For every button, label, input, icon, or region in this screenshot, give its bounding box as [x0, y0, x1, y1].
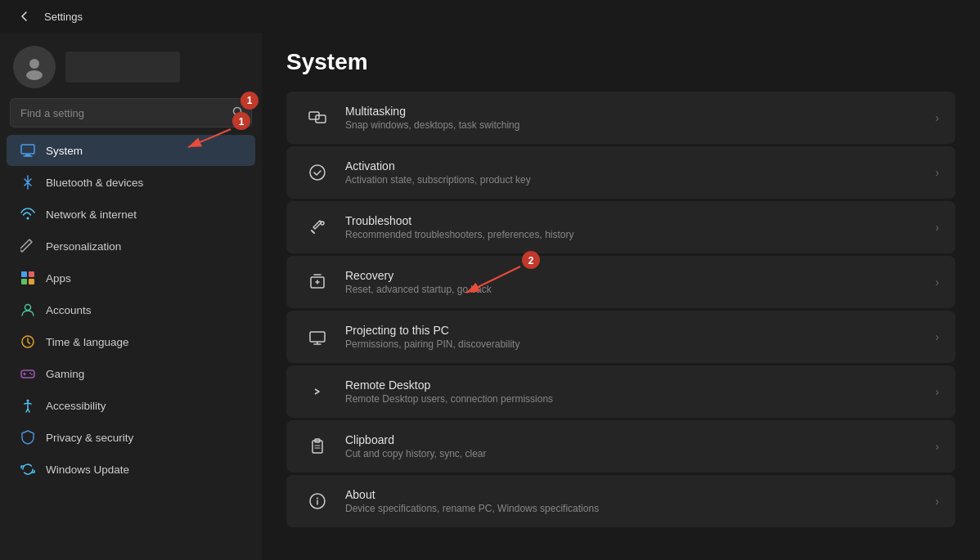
recovery-title: Recovery — [345, 269, 922, 282]
page-title: System — [286, 49, 955, 75]
sidebar-item-privacy[interactable]: Privacy & security — [7, 422, 255, 453]
sidebar-item-accessibility[interactable]: Accessibility — [7, 390, 255, 421]
remote-desktop-text: Remote Desktop Remote Desktop users, con… — [345, 379, 922, 405]
profile-section — [0, 33, 262, 98]
sidebar-nav: System Bluetooth & devices — [0, 134, 262, 486]
svg-rect-8 — [21, 271, 27, 277]
troubleshoot-subtitle: Recommended troubleshooters, preferences… — [345, 229, 922, 240]
activation-subtitle: Activation state, subscriptions, product… — [345, 174, 922, 186]
multitasking-title: Multitasking — [345, 105, 922, 118]
sidebar-item-system-label: System — [46, 145, 242, 157]
svg-point-23 — [310, 165, 325, 180]
network-icon — [20, 206, 36, 222]
clipboard-chevron: › — [935, 440, 939, 453]
projecting-chevron: › — [935, 330, 939, 343]
svg-point-18 — [29, 373, 31, 374]
svg-rect-26 — [310, 332, 325, 342]
about-icon — [303, 486, 332, 516]
content-area: System Multitasking Snap windows, deskto… — [262, 33, 980, 560]
privacy-icon — [20, 429, 36, 446]
sidebar-item-update[interactable]: Windows Update — [7, 454, 255, 485]
about-title: About — [345, 488, 922, 501]
settings-item-about[interactable]: About Device specifications, rename PC, … — [286, 475, 955, 527]
remote-desktop-title: Remote Desktop — [345, 379, 922, 392]
troubleshoot-title: Troubleshoot — [345, 214, 922, 227]
settings-item-troubleshoot[interactable]: Troubleshoot Recommended troubleshooters… — [286, 201, 955, 253]
sidebar-item-accounts-label: Accounts — [46, 304, 242, 316]
sidebar-item-apps[interactable]: Apps — [7, 262, 255, 293]
projecting-text: Projecting to this PC Permissions, pairi… — [345, 324, 922, 350]
sidebar-item-personalization-label: Personalization — [46, 240, 242, 253]
sidebar-item-time-label: Time & language — [46, 336, 242, 348]
sidebar-item-accounts[interactable]: Accounts — [7, 294, 255, 325]
back-button[interactable] — [13, 5, 36, 28]
gaming-icon — [20, 365, 36, 382]
search-input[interactable] — [10, 98, 252, 128]
svg-rect-11 — [29, 279, 34, 284]
settings-item-activation[interactable]: Activation Activation state, subscriptio… — [286, 146, 955, 199]
projecting-icon — [303, 322, 332, 352]
svg-point-12 — [25, 305, 31, 311]
troubleshoot-chevron: › — [935, 221, 939, 234]
recovery-icon — [303, 267, 332, 297]
clipboard-icon — [303, 432, 332, 461]
multitasking-text: Multitasking Snap windows, desktops, tas… — [345, 105, 922, 131]
avatar — [13, 46, 56, 88]
accounts-icon — [20, 302, 36, 318]
projecting-subtitle: Permissions, pairing PIN, discoverabilit… — [345, 338, 922, 350]
activation-text: Activation Activation state, subscriptio… — [345, 159, 922, 186]
settings-item-projecting[interactable]: Projecting to this PC Permissions, pairi… — [286, 311, 955, 363]
annotation-badge-1: 1 — [241, 92, 258, 110]
profile-name-box — [65, 52, 180, 83]
sidebar: 1 System Bluet — [0, 33, 262, 560]
svg-point-24 — [321, 222, 324, 225]
sidebar-item-bluetooth[interactable]: Bluetooth & devices — [7, 167, 255, 198]
sidebar-item-gaming[interactable]: Gaming — [7, 358, 255, 389]
multitasking-icon — [303, 103, 332, 132]
svg-point-7 — [27, 217, 29, 220]
sidebar-item-time[interactable]: Time & language — [7, 326, 255, 357]
titlebar: Settings — [0, 0, 980, 33]
about-subtitle: Device specifications, rename PC, Window… — [345, 503, 922, 514]
svg-rect-10 — [21, 279, 27, 284]
system-icon — [20, 142, 36, 159]
remote-desktop-icon — [303, 377, 332, 406]
main-layout: 1 System Bluet — [0, 33, 980, 560]
sidebar-item-accessibility-label: Accessibility — [46, 400, 242, 412]
sidebar-item-privacy-label: Privacy & security — [46, 432, 242, 444]
troubleshoot-icon — [303, 213, 332, 242]
sidebar-item-network[interactable]: Network & internet — [7, 199, 255, 230]
sidebar-item-apps-label: Apps — [46, 272, 242, 284]
settings-list: Multitasking Snap windows, desktops, tas… — [286, 92, 955, 527]
recovery-subtitle: Reset, advanced startup, go back — [345, 284, 922, 295]
svg-rect-4 — [21, 145, 34, 154]
recovery-text: Recovery Reset, advanced startup, go bac… — [345, 269, 922, 295]
remote-desktop-chevron: › — [935, 385, 939, 398]
personalization-icon — [20, 238, 36, 254]
sidebar-item-gaming-label: Gaming — [46, 368, 242, 380]
window-title: Settings — [44, 11, 83, 23]
svg-line-3 — [241, 114, 244, 117]
settings-item-remote-desktop[interactable]: Remote Desktop Remote Desktop users, con… — [286, 365, 955, 418]
settings-item-clipboard[interactable]: Clipboard Cut and copy history, sync, cl… — [286, 420, 955, 473]
svg-point-35 — [317, 498, 318, 500]
sidebar-item-system[interactable]: System — [7, 135, 255, 166]
projecting-title: Projecting to this PC — [345, 324, 922, 337]
search-box: 1 — [10, 98, 252, 128]
svg-point-20 — [27, 400, 29, 402]
update-icon — [20, 461, 36, 477]
about-chevron: › — [935, 495, 939, 508]
svg-point-1 — [26, 70, 43, 80]
clipboard-title: Clipboard — [345, 433, 922, 446]
multitasking-chevron: › — [935, 111, 939, 124]
sidebar-item-personalization[interactable]: Personalization — [7, 231, 255, 262]
settings-item-multitasking[interactable]: Multitasking Snap windows, desktops, tas… — [286, 92, 955, 144]
troubleshoot-text: Troubleshoot Recommended troubleshooters… — [345, 214, 922, 240]
settings-item-recovery[interactable]: Recovery Reset, advanced startup, go bac… — [286, 256, 955, 308]
svg-point-0 — [29, 59, 39, 69]
clipboard-subtitle: Cut and copy history, sync, clear — [345, 448, 922, 459]
svg-rect-9 — [29, 271, 34, 277]
sidebar-item-bluetooth-label: Bluetooth & devices — [46, 177, 242, 189]
activation-icon — [303, 158, 332, 187]
svg-point-19 — [31, 374, 33, 375]
